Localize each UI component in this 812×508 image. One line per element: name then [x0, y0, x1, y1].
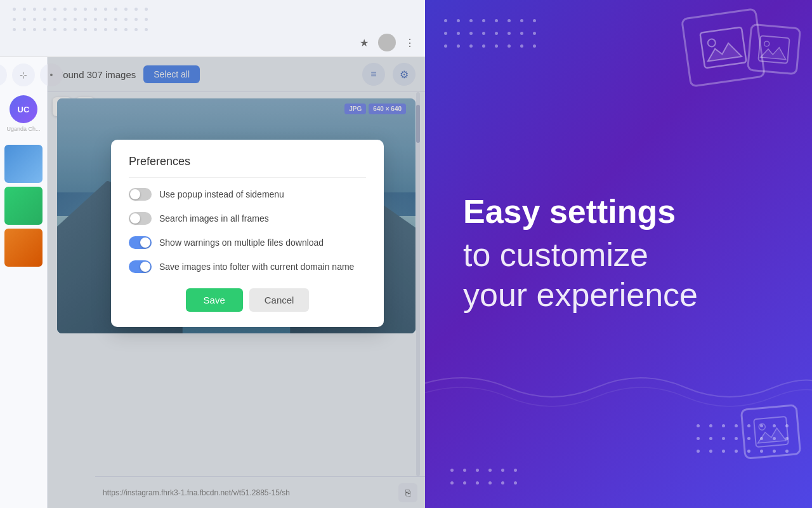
avatar-label: Uganda Ch...	[6, 126, 40, 132]
menu-button[interactable]: ⋮	[401, 34, 419, 51]
pref-label-warnings: Show warnings on multiple files download	[159, 237, 324, 248]
hero-heading: Easy settings	[463, 194, 774, 230]
toggle-thumb-warnings	[140, 237, 150, 248]
toggle-thumb-popup	[130, 189, 140, 199]
thumbnail-2[interactable]	[4, 187, 43, 225]
sidebar-heart-icon[interactable]: ♡	[0, 64, 7, 86]
svg-point-3	[764, 41, 769, 46]
dots-top-right	[444, 19, 540, 52]
sidebar-strip: ♡ ⊹ • UC Uganda Ch...	[0, 57, 48, 508]
browser-bar: ★ ⋮	[0, 0, 425, 57]
star-icon: ★	[360, 37, 369, 49]
toggle-thumb-domain	[140, 262, 150, 272]
pref-item-search: Search images in all frames	[129, 212, 366, 225]
pref-item-domain: Save images into folter with current dom…	[129, 260, 366, 273]
menu-dots-icon: ⋮	[405, 37, 415, 49]
left-panel: ★ ⋮ ♡ ⊹ • UC Uganda Ch... Found 307 im	[0, 0, 425, 508]
thumbnail-1[interactable]	[4, 145, 43, 183]
dots-bottom-left	[450, 469, 521, 489]
preferences-list: Use popup instead of sidemenu Search ima…	[129, 188, 366, 273]
extension-content: Found 307 images Select all ≡ ⚙ ↗ ↓	[48, 57, 425, 508]
preferences-modal: Preferences Use popup instead of sidemen…	[111, 140, 384, 327]
hero-subheading-line1: to customize	[463, 235, 774, 274]
sidebar-avatar[interactable]: UC	[10, 95, 37, 123]
toggle-thumb-search	[130, 213, 140, 224]
cancel-button[interactable]: Cancel	[249, 288, 310, 312]
pref-label-search: Search images in all frames	[159, 213, 269, 224]
modal-title: Preferences	[129, 155, 366, 178]
modal-overlay: Preferences Use popup instead of sidemen…	[48, 57, 425, 508]
pref-item-warnings: Show warnings on multiple files download	[129, 236, 366, 249]
modal-actions: Save Cancel	[129, 288, 366, 312]
svg-point-1	[707, 39, 716, 48]
wavy-decoration	[425, 362, 812, 413]
toggle-popup[interactable]	[129, 188, 152, 201]
toggle-warnings[interactable]	[129, 236, 152, 249]
thumbnail-3[interactable]	[4, 229, 43, 267]
pref-label-popup: Use popup instead of sidemenu	[159, 189, 284, 199]
right-panel: Easy settings to customize your experien…	[425, 0, 812, 508]
sidebar-bookmark-icon[interactable]: ⊹	[12, 64, 35, 86]
pref-label-domain: Save images into folter with current dom…	[159, 262, 354, 272]
dot-decoration-top	[13, 8, 151, 34]
circle-button[interactable]	[378, 34, 396, 51]
hero-subheading-line2: your experience	[463, 275, 774, 314]
star-button[interactable]: ★	[355, 34, 373, 51]
pref-item-popup: Use popup instead of sidemenu	[129, 188, 366, 201]
deco-frame-small	[747, 23, 801, 76]
svg-point-5	[758, 424, 765, 431]
toggle-domain[interactable]	[129, 260, 152, 273]
avatar-initials: UC	[18, 105, 30, 114]
save-button[interactable]: Save	[186, 288, 243, 312]
toggle-search[interactable]	[129, 212, 152, 225]
hero-text-container: Easy settings to customize your experien…	[463, 194, 774, 314]
